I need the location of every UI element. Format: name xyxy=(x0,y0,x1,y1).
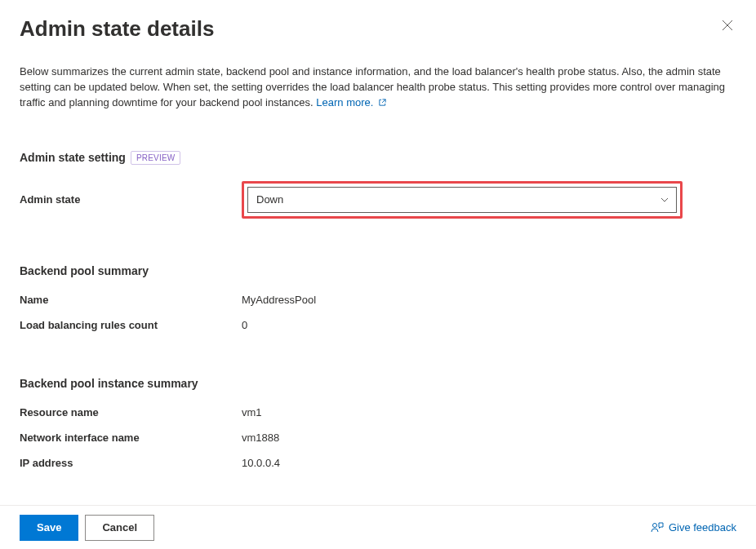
admin-state-dropdown-highlight: Down xyxy=(242,181,683,219)
backend-pool-name-value: MyAddressPool xyxy=(242,294,316,306)
svg-point-0 xyxy=(652,523,656,527)
save-button[interactable]: Save xyxy=(20,515,78,541)
admin-state-dropdown-value: Down xyxy=(256,193,283,206)
chevron-down-icon xyxy=(660,195,669,205)
resource-name-label: Resource name xyxy=(20,406,242,418)
lb-rules-count-value: 0 xyxy=(242,319,247,331)
close-icon xyxy=(722,20,733,31)
give-feedback-label: Give feedback xyxy=(669,521,736,534)
admin-state-label: Admin state xyxy=(20,193,242,206)
backend-pool-instance-heading: Backend pool instance summary xyxy=(20,377,736,390)
nic-name-label: Network interface name xyxy=(20,432,242,444)
backend-pool-name-label: Name xyxy=(20,294,242,306)
learn-more-label: Learn more. xyxy=(316,96,373,108)
lb-rules-count-label: Load balancing rules count xyxy=(20,319,242,331)
page-title: Admin state details xyxy=(20,16,214,42)
admin-state-heading-text: Admin state setting xyxy=(20,151,126,164)
give-feedback-link[interactable]: Give feedback xyxy=(651,521,736,534)
ip-address-label: IP address xyxy=(20,457,242,469)
learn-more-link[interactable]: Learn more. xyxy=(316,96,387,108)
description-text: Below summarizes the current admin state… xyxy=(20,64,736,112)
preview-badge: PREVIEW xyxy=(131,151,181,165)
nic-name-value: vm1888 xyxy=(242,432,279,444)
admin-state-setting-heading: Admin state setting PREVIEW xyxy=(20,151,736,165)
cancel-button[interactable]: Cancel xyxy=(85,515,154,541)
backend-pool-summary-heading: Backend pool summary xyxy=(20,264,736,277)
external-link-icon xyxy=(378,96,387,112)
ip-address-value: 10.0.0.4 xyxy=(242,457,280,469)
close-button[interactable] xyxy=(718,16,736,36)
resource-name-value: vm1 xyxy=(242,406,262,418)
feedback-icon xyxy=(651,521,664,534)
footer-bar: Save Cancel Give feedback xyxy=(0,505,756,549)
admin-state-dropdown[interactable]: Down xyxy=(247,187,677,213)
